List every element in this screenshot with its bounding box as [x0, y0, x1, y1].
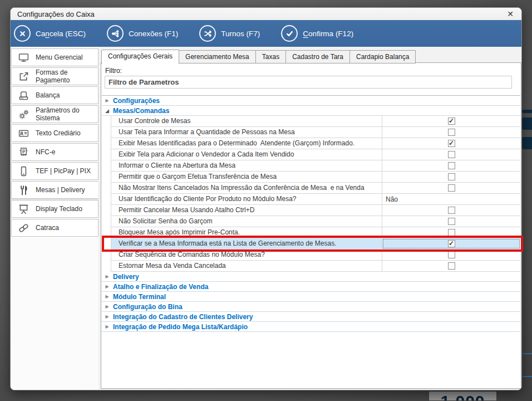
group-row[interactable]: ▶ Integração de Pedido Mega Lista/Kardáp… — [102, 322, 520, 332]
background-window-bar — [522, 118, 532, 130]
sidebar-item-label: Display Teclado — [36, 205, 82, 213]
background-quantity-panel: 1.000 — [428, 391, 497, 401]
setting-row[interactable]: Bloquear Mesa após Imprimir Pre-Conta. — [111, 227, 520, 238]
setting-row[interactable]: Usar Controle de Mesas — [111, 116, 520, 127]
sidebar-item-nfc-e[interactable]: NFC-e — [11, 143, 98, 161]
checkbox[interactable] — [448, 262, 455, 270]
checkbox[interactable] — [448, 207, 455, 214]
expand-icon[interactable]: ▶ — [105, 98, 110, 103]
group-row[interactable]: ▶ Configuração do Bina — [102, 302, 520, 312]
confirm-button[interactable]: Confirma (F12) — [281, 25, 353, 42]
titlebar: Configurações do Caixa ✕ — [11, 8, 521, 20]
smartphone-icon — [17, 165, 29, 177]
setting-value-cell — [382, 138, 520, 149]
tab-configura-es-gerais[interactable]: Configurações Gerais — [101, 50, 179, 64]
setting-row[interactable]: Exibir Mesas Identificadas para o Determ… — [111, 138, 520, 149]
sidebar-item-texto-credi-rio[interactable]: Texto Crediário — [11, 124, 98, 142]
sidebar-item-tef-picpay-pix[interactable]: TEF | PicPay | PIX — [11, 162, 98, 180]
background-window-bar — [522, 137, 532, 149]
sidebar-item-catraca[interactable]: Catraca — [11, 219, 98, 237]
sidebar-item-label: Formas de Pagamento — [36, 69, 98, 84]
checkbox[interactable] — [448, 162, 455, 169]
setting-row[interactable]: Exibir Tela para Adicionar o Vendedor a … — [111, 149, 520, 160]
setting-value-text[interactable]: Não — [382, 194, 520, 204]
checkbox[interactable] — [448, 218, 455, 225]
sidebar-item-formas-de-pagamento[interactable]: Formas de Pagamento — [11, 67, 98, 85]
sidebar-item-label: Catraca — [36, 224, 59, 232]
tab-cadastro-de-tara[interactable]: Cadastro de Tara — [286, 50, 350, 63]
sidebar-item-balan-a[interactable]: Balança — [11, 86, 98, 104]
checkbox[interactable] — [448, 118, 455, 125]
group-row[interactable]: ◢ Mesas/Comandas — [102, 106, 520, 116]
confirm-circle-icon — [281, 25, 298, 42]
setting-row[interactable]: Informar o Cliente na Abertura da Mesa — [111, 160, 520, 172]
group-row-label: Integração de Pedido Mega Lista/Kardápio — [113, 323, 248, 331]
checkbox[interactable] — [448, 184, 455, 192]
group-row-label: Configurações — [113, 97, 160, 105]
chain-link-icon — [17, 222, 29, 234]
tab-cardapio-balan-a[interactable]: Cardapio Balança — [350, 50, 416, 63]
setting-row-label: Usar Controle de Mesas — [111, 116, 382, 126]
setting-value-cell — [382, 127, 520, 138]
background-window-divider — [523, 353, 532, 354]
setting-value-cell — [382, 160, 520, 171]
setting-row[interactable]: Não Mostrar Itens Cancelados Na Impressã… — [111, 183, 520, 194]
collapse-icon[interactable]: ◢ — [105, 108, 110, 114]
setting-value-cell — [382, 250, 520, 260]
group-row[interactable]: ▶ Integração do Cadastro de Clientes Del… — [102, 312, 520, 322]
tabpage-configuracoes-gerais: Filtro: ▶ Configurações ◢ Mesas/Comandas… — [101, 62, 521, 389]
checkbox[interactable] — [448, 151, 455, 158]
checkbox[interactable] — [448, 240, 455, 247]
checkbox[interactable] — [448, 251, 455, 258]
connections-button[interactable]: Conexões (F1) — [107, 25, 178, 42]
group-row[interactable]: ▶ Módulo Terminal — [102, 292, 520, 302]
tab-taxas[interactable]: Taxas — [256, 50, 286, 63]
background-quantity-value: 1.000 — [429, 392, 496, 401]
setting-row[interactable]: Verificar se a Mesa Informada está na Li… — [111, 238, 520, 250]
expand-icon[interactable]: ▶ — [105, 324, 110, 329]
checkbox[interactable] — [448, 140, 455, 147]
setting-row[interactable]: Não Solicitar Senha do Garçom — [111, 216, 520, 227]
monitor-icon — [17, 51, 29, 63]
setting-row[interactable]: Permitir que o Garçom Efetua Transferênc… — [111, 172, 520, 183]
tab-gerenciamento-mesa[interactable]: Gerenciamento Mesa — [179, 50, 256, 63]
setting-row-label: Estornar Mesa da Venda Cancelada — [111, 261, 382, 271]
shifts-circle-icon — [199, 25, 216, 42]
setting-row[interactable]: Criar Sequência de Comandas no Módulo Me… — [111, 250, 520, 261]
group-children: Usar Controle de Mesas Usar Tela para In… — [111, 116, 520, 272]
sidebar-item-mesas-delivery[interactable]: Mesas | Delivery — [11, 181, 98, 199]
expand-icon[interactable]: ▶ — [105, 304, 110, 309]
checkbox[interactable] — [448, 229, 455, 236]
cancel-button[interactable]: Cancela (ESC) — [14, 25, 86, 42]
setting-row[interactable]: Estornar Mesa da Venda Cancelada — [111, 261, 520, 272]
setting-row-label: Não Solicitar Senha do Garçom — [111, 216, 382, 227]
sidebar-item-par-metros-do-sistema[interactable]: Parâmetros do Sistema — [11, 105, 98, 123]
group-row[interactable]: ▶ Atalho e Finalização de Venda — [102, 282, 520, 292]
shifts-button[interactable]: Turnos (F7) — [199, 25, 260, 42]
setting-row[interactable]: Permitir Cancelar Mesa Usando Atalho Ctr… — [111, 205, 520, 216]
sidebar: Menu Gerencial Formas de Pagamento Balan… — [11, 47, 98, 390]
setting-row[interactable]: Usar Tela para Informar a Quantidade de … — [111, 127, 520, 138]
sidebar-item-label: Balança — [36, 91, 60, 99]
setting-row-label: Permitir Cancelar Mesa Usando Atalho Ctr… — [111, 205, 382, 216]
group-row[interactable]: ▶ Delivery — [102, 272, 520, 282]
checkbox[interactable] — [448, 173, 455, 180]
checkbox[interactable] — [448, 129, 455, 136]
toolbar: Cancela (ESC) Conexões (F1) Turnos (F7) … — [11, 20, 521, 47]
expand-icon[interactable]: ▶ — [105, 284, 110, 289]
projection-screen-icon — [17, 203, 29, 215]
close-icon[interactable]: ✕ — [506, 9, 515, 18]
setting-row-label: Verificar se a Mesa Informada está na Li… — [111, 238, 382, 249]
connections-circle-icon — [107, 25, 124, 42]
sidebar-item-menu-gerencial[interactable]: Menu Gerencial — [11, 48, 98, 66]
filter-input[interactable] — [105, 76, 512, 89]
expand-icon[interactable]: ▶ — [105, 294, 110, 299]
sidebar-item-display-teclado[interactable]: Display Teclado — [11, 200, 98, 218]
group-row[interactable]: ▶ Configurações — [102, 96, 520, 106]
setting-row[interactable]: Usar Identificação do Cliente Por Produt… — [111, 194, 520, 205]
setting-value-cell — [382, 116, 520, 126]
expand-icon[interactable]: ▶ — [105, 274, 110, 279]
expand-icon[interactable]: ▶ — [105, 314, 110, 319]
shifts-button-label: Turnos (F7) — [221, 30, 260, 38]
setting-value-cell — [382, 216, 520, 227]
